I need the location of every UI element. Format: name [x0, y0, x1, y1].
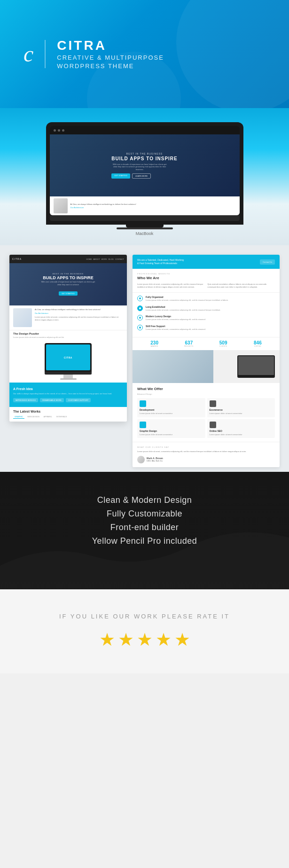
drt-feature-item: Long Established Lorem ipsum dolor sit a… — [137, 305, 275, 312]
demo-nav-link: HOME — [86, 258, 92, 260]
demo-hero-btn[interactable]: GET STARTED — [59, 291, 78, 296]
drt-header-btn[interactable]: Contact Us — [260, 259, 275, 265]
demo-latest-title: The Latest Works — [13, 410, 123, 413]
drt-stat-awards: 230 AWARDS — [137, 340, 172, 347]
drt-what-we-offer: What We Offer Advanced Design Developmen… — [133, 383, 280, 441]
demo-imac-screen: CITRA — [46, 344, 90, 370]
laptop-hero: BEST IN THE BUSINESS BUILD APPS TO INSPI… — [50, 134, 240, 196]
demo-imac-text: CITRA — [64, 356, 72, 359]
demo-nav-link: BLOG — [109, 258, 114, 260]
drt-stat-coffee: 846 COFFEE — [241, 340, 275, 347]
laptop-btn-primary[interactable]: GET STARTED — [111, 173, 130, 179]
drt-header: We are a Talented, Dedicated, Hard Worki… — [133, 255, 280, 269]
drt-offer-item-icon — [210, 400, 216, 407]
laptop-about-card: At Citra, we always follows intelligent … — [50, 196, 240, 215]
drt-feature-icon — [137, 296, 143, 301]
demo-tab-webdesign[interactable]: WEB DESIGN — [26, 415, 41, 419]
laptop-screen: BEST IN THE BUSINESS BUILD APPS TO INSPI… — [50, 126, 240, 215]
drt-stat-clients: 509 CLIENTS — [206, 340, 241, 347]
demo-imac-screen-wrap: CITRA — [45, 343, 92, 372]
drt-offer-item-title: Development — [140, 408, 203, 411]
nav-dot — [54, 129, 56, 132]
drt-features: Fully Organized Lorem ipsum dolor sit am… — [133, 292, 280, 337]
drt-offer-item-text: Lorem ipsum dolor sit amet consectetur — [210, 412, 273, 414]
logo-divider — [45, 40, 46, 68]
laptop-hero-desc: With over a decade of experience we have… — [111, 163, 168, 171]
drt-feature-desc: Lorem ipsum dolor sit amet, consectetur … — [146, 299, 275, 302]
drt-stat-num: 509 — [206, 340, 241, 345]
demos-section: CITRA HOME ABOUT WORK BLOG CONTACT BEST … — [0, 245, 289, 472]
demo-btn-service[interactable]: IMPRESSIVE SERVICE — [13, 398, 38, 402]
logo-area: c CITRA CREATIVE & MULTIPURPOSE WORDPRES… — [23, 38, 164, 70]
rating-label: IF YOU LIKE OUR WORK PLEASE RATE IT — [59, 613, 230, 620]
feature-line-1: Clean & Modern Design — [97, 495, 192, 505]
drt-feature-icon-dot — [139, 297, 141, 299]
drt-bg-image — [133, 350, 213, 383]
drt-feature-item: Modern Luxury Design Lorem ipsum dolor s… — [137, 315, 275, 321]
drt-section-label: PROFESSIONAL WEBSITE — [137, 273, 275, 275]
demo-tab-interface[interactable]: INTERFACE — [55, 415, 68, 419]
laptop-foot — [117, 227, 173, 229]
features-section: Clean & Modern Design Fully Customizable… — [0, 472, 289, 589]
feature-line-4: Yellow Pencil Pro included — [92, 536, 197, 546]
drt-feature-item: Fully Organized Lorem ipsum dolor sit am… — [137, 296, 275, 302]
drt-offer-item-ecom: Ecommerce Lorem ipsum dolor sit amet con… — [207, 398, 275, 417]
star-4: ★ — [156, 629, 172, 650]
laptop-btn-secondary[interactable]: LEARN MORE — [132, 173, 151, 179]
drt-who-section: PROFESSIONAL WEBSITE Who We Are Lorem ip… — [133, 269, 280, 292]
demo-tab-graphic[interactable]: GRAPHIC — [13, 415, 24, 419]
drt-laptop-screen — [238, 356, 274, 375]
drt-col-left: Lorem ipsum dolor sit amet, consectetur … — [137, 283, 205, 289]
demo-hero-body: With over a decade of experience we have… — [40, 281, 96, 285]
demo-blue-desc: Our skills is always expanding based on … — [13, 392, 123, 395]
drt-feature-title-3: Modern Luxury Design — [146, 315, 275, 318]
demo-btn-work[interactable]: REMARKABLE WORK — [40, 398, 64, 402]
drt-testimonial-label: WHAT OUR CLIENTS SAY — [137, 446, 275, 448]
drt-feature-text: Still Free Support Lorem ipsum dolor sit… — [146, 325, 275, 331]
drt-laptop-mini — [237, 355, 275, 378]
drt-offer-item-icon — [140, 400, 146, 407]
drt-offer-item-text: Lorem ipsum dolor sit amet consectetur — [140, 412, 203, 414]
demo-nav-link: CONTACT — [115, 258, 124, 260]
drt-feature-text: Modern Luxury Design Lorem ipsum dolor s… — [146, 315, 275, 321]
demo-tab-apparel[interactable]: APPAREL — [42, 415, 54, 419]
laptop-about-text: At Citra, we always follows intelligent … — [70, 203, 136, 209]
drt-feature-title-2: Long Established — [146, 305, 275, 308]
drt-offer-item-title: Online SEO — [210, 430, 273, 432]
drt-who-title: Who We Are — [137, 276, 275, 280]
drt-feature-desc-4: Lorem ipsum dolor sit amet, consectetur … — [146, 328, 275, 331]
drt-laptop-base — [238, 375, 274, 377]
demo-right-top: We are a Talented, Dedicated, Hard Worki… — [133, 255, 280, 467]
demo-blue-title: A Fresh Idea — [13, 387, 123, 391]
demo-nav-links: HOME ABOUT WORK BLOG CONTACT — [86, 258, 124, 260]
drt-feature-icon-dot — [139, 317, 141, 319]
drt-header-text: We are a Talented, Dedicated, Hard Worki… — [137, 258, 184, 265]
demo-about-link[interactable]: Our Architecture — [35, 312, 123, 314]
drt-col-text: Lorem ipsum dolor sit amet, consectetur … — [137, 283, 205, 289]
laptop-about-link[interactable]: Our Architecture — [70, 206, 136, 209]
drt-feature-text: Fully Organized Lorem ipsum dolor sit am… — [146, 296, 275, 302]
drt-feature-icon-dot — [139, 327, 141, 328]
laptop-hero-title: BUILD APPS TO INSPIRE — [111, 156, 177, 161]
drt-testimonial-text: Lorem ipsum dolor sit amet, consectetur … — [137, 450, 275, 453]
drt-feature-icon-dot — [139, 307, 141, 309]
laptop-wrapper: BEST IN THE BUSINESS BUILD APPS TO INSPI… — [46, 122, 243, 236]
drt-testimonial: WHAT OUR CLIENTS SAY Lorem ipsum dolor s… — [133, 442, 280, 467]
demo-hero-small: BEST IN THE BUSINESS — [40, 273, 96, 275]
drt-testimonial-author: Mark A. Brown CEO, Mar-Tech Co. — [137, 456, 275, 463]
nav-dot — [58, 129, 60, 132]
demo-imac-area: CITRA — [9, 340, 127, 383]
demo-blue-section: A Fresh Idea Our skills is always expand… — [9, 383, 127, 407]
demo-imac-stand — [63, 375, 73, 378]
drt-offer-item-icon — [210, 422, 216, 428]
brand-subtitle-line1: CREATIVE & MULTIPURPOSE — [57, 54, 164, 62]
demo-btn-support[interactable]: CUSTOMER SUPPORT — [66, 398, 91, 402]
brand-subtitle-line2: WORDPRESS THEME — [57, 62, 164, 70]
drt-stat-label: PROJECTS — [172, 345, 206, 347]
drt-feature-title: Fully Organized — [146, 296, 275, 298]
laptop-label: MacBook — [46, 231, 243, 236]
header-section: c CITRA CREATIVE & MULTIPURPOSE WORDPRES… — [0, 0, 289, 108]
star-3: ★ — [137, 629, 153, 650]
demo-hero-title: BUILD APPS TO INSPIRE — [40, 275, 96, 280]
demo-hero-content: BEST IN THE BUSINESS BUILD APPS TO INSPI… — [40, 273, 96, 296]
